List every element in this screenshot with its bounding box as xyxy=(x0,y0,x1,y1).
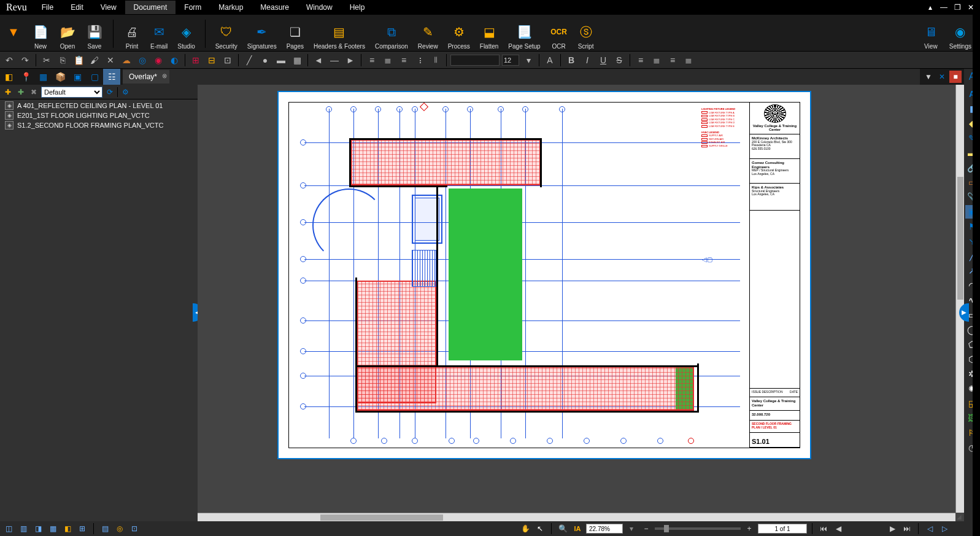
menu-measure[interactable]: Measure xyxy=(252,1,298,14)
ribbon-signatures[interactable]: ✒Signatures xyxy=(242,22,282,50)
panel-tab-links[interactable]: ▢ xyxy=(86,69,103,85)
font-family-input[interactable] xyxy=(450,55,500,66)
ribbon-dropdown-new[interactable]: ▼. xyxy=(4,22,27,50)
textcolor-icon[interactable]: A xyxy=(543,53,557,67)
ribbon-new[interactable]: 📄New xyxy=(27,22,54,50)
delete-icon[interactable]: ✕ xyxy=(104,53,117,67)
ribbon-process[interactable]: ⚙Process xyxy=(443,22,475,50)
underline-icon[interactable]: U xyxy=(596,53,610,67)
ribbon-pagesetup[interactable]: 📃Page Setup xyxy=(503,22,545,50)
page-number-input[interactable] xyxy=(758,524,807,534)
menu-form[interactable]: Form xyxy=(176,1,210,14)
bold-icon[interactable]: B xyxy=(565,53,578,67)
menu-document[interactable]: Document xyxy=(125,1,176,14)
layer-config-select[interactable]: Default xyxy=(41,87,102,98)
close-icon[interactable]: ✕ xyxy=(966,3,975,12)
layer-item[interactable]: ◈S1.2_SECOND FLOOR FRAMING PLAN_VCTC xyxy=(0,120,198,130)
ribbon-script[interactable]: ⓢScript xyxy=(573,22,600,50)
align-left-icon[interactable]: ≡ xyxy=(365,53,379,67)
maximize-icon[interactable]: ❐ xyxy=(953,3,962,12)
line-icon[interactable]: — xyxy=(328,53,341,67)
hatch-icon[interactable]: ▦ xyxy=(290,53,304,67)
textalign-center-icon[interactable]: ≣ xyxy=(650,53,663,67)
copy-icon[interactable]: ⎘ xyxy=(56,53,69,67)
ribbon-email[interactable]: ✉E-mail xyxy=(145,22,172,50)
next-page-icon[interactable]: ▶ xyxy=(886,522,898,535)
layer-settings-icon[interactable]: ⚙ xyxy=(120,87,131,98)
menu-edit[interactable]: Edit xyxy=(62,1,92,14)
textalign-just-icon[interactable]: ≣ xyxy=(682,53,695,67)
canvas-resize-icon[interactable]: ◢ xyxy=(955,513,963,520)
linewidth-icon[interactable]: ▬ xyxy=(274,53,288,67)
ribbon-viewmode[interactable]: 🖥View xyxy=(917,22,944,50)
ribbon-comparison[interactable]: ⧉Comparison xyxy=(370,22,413,50)
snap2-icon[interactable]: ⊟ xyxy=(205,53,218,67)
ribbon-open[interactable]: 📂Open xyxy=(54,22,81,50)
panel-tab-layers[interactable]: ☷ xyxy=(103,69,120,85)
menu-window[interactable]: Window xyxy=(298,1,341,14)
align-top-icon[interactable]: ⫶ xyxy=(413,53,426,67)
document-tab-close-icon[interactable]: ⊗ xyxy=(162,72,167,79)
font-size-input[interactable] xyxy=(502,55,519,66)
menu-help[interactable]: Help xyxy=(341,1,374,14)
ribbon-security[interactable]: 🛡Security xyxy=(210,22,242,50)
zoom-in-icon[interactable]: + xyxy=(743,522,755,535)
select-icon[interactable]: ↖ xyxy=(534,522,546,535)
pan-icon[interactable]: ✋ xyxy=(519,522,531,535)
menu-markup[interactable]: Markup xyxy=(210,1,252,14)
ribbon-flatten[interactable]: ⬓Flatten xyxy=(475,22,504,50)
canvas-scrollbar-horizontal[interactable] xyxy=(198,513,955,521)
stamp1-icon[interactable]: ◎ xyxy=(136,53,149,67)
textalign-right-icon[interactable]: ≡ xyxy=(666,53,679,67)
panel-tab-fileaccess[interactable]: ◧ xyxy=(0,69,17,85)
status-panel6-icon[interactable]: ⊞ xyxy=(76,522,88,535)
nav-fwd-icon[interactable]: ▷ xyxy=(938,522,951,535)
last-page-icon[interactable]: ⏭ xyxy=(901,522,913,535)
nav-back-icon[interactable]: ◁ xyxy=(924,522,936,535)
prev-page-icon[interactable]: ◀ xyxy=(832,522,844,535)
brush-icon[interactable]: 🖌 xyxy=(88,53,101,67)
status-panel3-icon[interactable]: ◨ xyxy=(32,522,44,535)
align-center-icon[interactable]: ≣ xyxy=(381,53,395,67)
align-right-icon[interactable]: ≡ xyxy=(397,53,411,67)
status-panel1-icon[interactable]: ◫ xyxy=(2,522,15,535)
panel-tab-sets[interactable]: 📦 xyxy=(52,69,69,85)
document-tab[interactable]: Overlay* ⊗ xyxy=(123,70,169,84)
cloud-icon[interactable]: ☁ xyxy=(120,53,133,67)
strike-icon[interactable]: S xyxy=(612,53,626,67)
ribbon-pages[interactable]: ❏Pages xyxy=(282,22,309,50)
redo-icon[interactable]: ↷ xyxy=(18,53,32,67)
ribbon-ocr[interactable]: OCROCR xyxy=(546,22,573,50)
document-canvas[interactable]: /* decorative */ xyxy=(198,85,964,521)
panel-tab-bookmarks[interactable]: 📍 xyxy=(17,69,34,85)
layer-refresh-icon[interactable]: ⟳ xyxy=(104,87,115,98)
linecolor-icon[interactable]: ╱ xyxy=(242,53,256,67)
fillcolor-icon[interactable]: ● xyxy=(258,53,272,67)
status-panel5-icon[interactable]: ◧ xyxy=(61,522,74,535)
canvas-scrollbar-vertical[interactable] xyxy=(955,85,964,513)
zoom-icon[interactable]: 🔍 xyxy=(557,522,569,535)
status-panel2-icon[interactable]: ▥ xyxy=(17,522,29,535)
arrow-end-icon[interactable]: ► xyxy=(344,53,357,67)
status-panel9-icon[interactable]: ⊡ xyxy=(128,522,141,535)
layer-add2-icon[interactable]: ✚ xyxy=(15,87,26,98)
ribbon-headersfooters[interactable]: ▤Headers & Footers xyxy=(309,22,370,50)
layer-visibility-icon[interactable]: ◈ xyxy=(5,121,14,130)
ribbon-review[interactable]: ✎Review xyxy=(413,22,443,50)
stamp3-icon[interactable]: ◐ xyxy=(168,53,181,67)
ribbon-settings[interactable]: ◉Settings xyxy=(944,22,976,50)
zoom-slider[interactable] xyxy=(655,527,741,530)
textalign-left-icon[interactable]: ≡ xyxy=(634,53,647,67)
cut-icon[interactable]: ✂ xyxy=(40,53,53,67)
zoom-dropdown-icon[interactable]: ▾ xyxy=(625,522,638,535)
menu-view[interactable]: View xyxy=(92,1,125,14)
snap3-icon[interactable]: ⊡ xyxy=(221,53,234,67)
tab-close-all-icon[interactable]: ✕ xyxy=(936,71,948,83)
menu-file[interactable]: File xyxy=(33,1,62,14)
minimize-icon[interactable]: — xyxy=(939,3,948,12)
layer-item[interactable]: ◈E201_1ST FLOOR LIGHTING PLAN_VCTC xyxy=(0,111,198,120)
align-middle-icon[interactable]: ⫴ xyxy=(429,53,442,67)
layer-add-icon[interactable]: ✚ xyxy=(2,87,14,98)
panel-tab-thumbnails[interactable]: ▦ xyxy=(34,69,52,85)
ribbon-studio[interactable]: ◈Studio xyxy=(172,22,199,50)
